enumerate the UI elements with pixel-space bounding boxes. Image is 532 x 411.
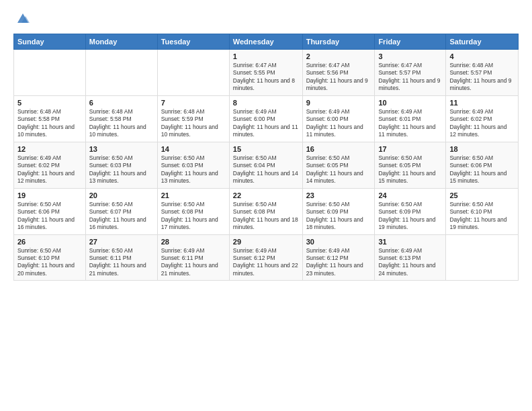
day-number: 13 xyxy=(89,145,154,153)
header-day-saturday: Saturday xyxy=(446,34,519,50)
day-cell: 20Sunrise: 6:50 AMSunset: 6:07 PMDayligh… xyxy=(85,188,157,234)
day-info: Sunrise: 6:50 AMSunset: 6:10 PMDaylight:… xyxy=(449,201,515,232)
day-info: Sunrise: 6:49 AMSunset: 6:01 PMDaylight:… xyxy=(378,108,442,139)
day-cell: 2Sunrise: 6:47 AMSunset: 5:56 PMDaylight… xyxy=(302,50,375,96)
day-number: 18 xyxy=(449,145,515,153)
day-number: 29 xyxy=(233,238,299,246)
day-number: 31 xyxy=(378,238,442,246)
day-number: 10 xyxy=(378,99,442,107)
day-cell: 14Sunrise: 6:50 AMSunset: 6:03 PMDayligh… xyxy=(157,142,229,188)
day-info: Sunrise: 6:50 AMSunset: 6:11 PMDaylight:… xyxy=(89,247,154,278)
day-info: Sunrise: 6:49 AMSunset: 6:12 PMDaylight:… xyxy=(306,247,371,278)
week-row-3: 12Sunrise: 6:49 AMSunset: 6:02 PMDayligh… xyxy=(14,142,519,188)
calendar-table: SundayMondayTuesdayWednesdayThursdayFrid… xyxy=(13,34,519,281)
day-info: Sunrise: 6:50 AMSunset: 6:09 PMDaylight:… xyxy=(378,201,442,232)
week-row-1: 1Sunrise: 6:47 AMSunset: 5:55 PMDaylight… xyxy=(14,50,519,96)
day-number: 21 xyxy=(161,191,226,199)
day-number: 26 xyxy=(17,238,82,246)
day-cell: 22Sunrise: 6:50 AMSunset: 6:08 PMDayligh… xyxy=(229,188,302,234)
day-info: Sunrise: 6:47 AMSunset: 5:55 PMDaylight:… xyxy=(233,62,299,93)
day-cell: 12Sunrise: 6:49 AMSunset: 6:02 PMDayligh… xyxy=(14,142,86,188)
day-cell: 21Sunrise: 6:50 AMSunset: 6:08 PMDayligh… xyxy=(157,188,229,234)
day-info: Sunrise: 6:50 AMSunset: 6:03 PMDaylight:… xyxy=(89,154,154,185)
day-number: 22 xyxy=(233,191,299,199)
day-cell: 30Sunrise: 6:49 AMSunset: 6:12 PMDayligh… xyxy=(302,234,375,281)
day-cell xyxy=(446,234,519,281)
day-number: 24 xyxy=(378,191,442,199)
day-cell: 16Sunrise: 6:50 AMSunset: 6:05 PMDayligh… xyxy=(302,142,375,188)
day-info: Sunrise: 6:48 AMSunset: 5:58 PMDaylight:… xyxy=(89,108,154,139)
day-cell xyxy=(85,50,157,96)
calendar-body: 1Sunrise: 6:47 AMSunset: 5:55 PMDaylight… xyxy=(14,50,519,281)
day-cell: 28Sunrise: 6:49 AMSunset: 6:11 PMDayligh… xyxy=(157,234,229,281)
day-info: Sunrise: 6:50 AMSunset: 6:06 PMDaylight:… xyxy=(449,154,515,185)
day-number: 12 xyxy=(17,145,82,153)
header-day-wednesday: Wednesday xyxy=(229,34,302,50)
day-cell: 31Sunrise: 6:49 AMSunset: 6:13 PMDayligh… xyxy=(375,234,446,281)
header xyxy=(13,11,519,27)
day-cell: 17Sunrise: 6:50 AMSunset: 6:05 PMDayligh… xyxy=(375,142,446,188)
day-cell: 23Sunrise: 6:50 AMSunset: 6:09 PMDayligh… xyxy=(302,188,375,234)
day-cell xyxy=(157,50,229,96)
page: SundayMondayTuesdayWednesdayThursdayFrid… xyxy=(0,0,532,411)
day-number: 1 xyxy=(233,52,299,60)
day-number: 19 xyxy=(17,191,82,199)
day-number: 8 xyxy=(233,99,299,107)
day-cell: 3Sunrise: 6:47 AMSunset: 5:57 PMDaylight… xyxy=(375,50,446,96)
header-day-monday: Monday xyxy=(85,34,157,50)
day-cell xyxy=(14,50,86,96)
week-row-2: 5Sunrise: 6:48 AMSunset: 5:58 PMDaylight… xyxy=(14,95,519,142)
day-info: Sunrise: 6:49 AMSunset: 6:13 PMDaylight:… xyxy=(378,247,442,278)
day-cell: 27Sunrise: 6:50 AMSunset: 6:11 PMDayligh… xyxy=(85,234,157,281)
header-day-friday: Friday xyxy=(375,34,446,50)
week-row-5: 26Sunrise: 6:50 AMSunset: 6:10 PMDayligh… xyxy=(14,234,519,281)
day-info: Sunrise: 6:50 AMSunset: 6:08 PMDaylight:… xyxy=(233,201,299,232)
header-day-thursday: Thursday xyxy=(302,34,375,50)
day-info: Sunrise: 6:49 AMSunset: 6:00 PMDaylight:… xyxy=(306,108,371,139)
day-info: Sunrise: 6:50 AMSunset: 6:08 PMDaylight:… xyxy=(161,201,226,232)
day-number: 28 xyxy=(161,238,226,246)
day-info: Sunrise: 6:48 AMSunset: 5:58 PMDaylight:… xyxy=(17,108,82,139)
day-info: Sunrise: 6:50 AMSunset: 6:03 PMDaylight:… xyxy=(161,154,226,185)
day-number: 4 xyxy=(449,52,515,60)
header-day-sunday: Sunday xyxy=(14,34,86,50)
day-info: Sunrise: 6:48 AMSunset: 5:59 PMDaylight:… xyxy=(161,108,226,139)
day-number: 9 xyxy=(306,99,371,107)
day-info: Sunrise: 6:50 AMSunset: 6:07 PMDaylight:… xyxy=(89,201,154,232)
day-cell: 8Sunrise: 6:49 AMSunset: 6:00 PMDaylight… xyxy=(229,95,302,142)
day-info: Sunrise: 6:50 AMSunset: 6:10 PMDaylight:… xyxy=(17,247,82,278)
day-number: 27 xyxy=(89,238,154,246)
day-number: 16 xyxy=(306,145,371,153)
day-info: Sunrise: 6:50 AMSunset: 6:04 PMDaylight:… xyxy=(233,154,299,185)
day-cell: 18Sunrise: 6:50 AMSunset: 6:06 PMDayligh… xyxy=(446,142,519,188)
day-cell: 4Sunrise: 6:48 AMSunset: 5:57 PMDaylight… xyxy=(446,50,519,96)
day-cell: 19Sunrise: 6:50 AMSunset: 6:06 PMDayligh… xyxy=(14,188,86,234)
day-cell: 13Sunrise: 6:50 AMSunset: 6:03 PMDayligh… xyxy=(85,142,157,188)
day-number: 14 xyxy=(161,145,226,153)
day-number: 30 xyxy=(306,238,371,246)
day-cell: 15Sunrise: 6:50 AMSunset: 6:04 PMDayligh… xyxy=(229,142,302,188)
day-number: 7 xyxy=(161,99,226,107)
day-info: Sunrise: 6:50 AMSunset: 6:06 PMDaylight:… xyxy=(17,201,82,232)
day-info: Sunrise: 6:49 AMSunset: 6:12 PMDaylight:… xyxy=(233,247,299,278)
day-number: 20 xyxy=(89,191,154,199)
day-cell: 7Sunrise: 6:48 AMSunset: 5:59 PMDaylight… xyxy=(157,95,229,142)
day-info: Sunrise: 6:47 AMSunset: 5:56 PMDaylight:… xyxy=(306,62,371,93)
day-info: Sunrise: 6:50 AMSunset: 6:05 PMDaylight:… xyxy=(378,154,442,185)
day-cell: 10Sunrise: 6:49 AMSunset: 6:01 PMDayligh… xyxy=(375,95,446,142)
logo-icon xyxy=(15,11,31,27)
header-day-tuesday: Tuesday xyxy=(157,34,229,50)
day-number: 5 xyxy=(17,99,82,107)
day-cell: 6Sunrise: 6:48 AMSunset: 5:58 PMDaylight… xyxy=(85,95,157,142)
day-number: 25 xyxy=(449,191,515,199)
day-number: 6 xyxy=(89,99,154,107)
header-row: SundayMondayTuesdayWednesdayThursdayFrid… xyxy=(14,34,519,50)
day-number: 15 xyxy=(233,145,299,153)
day-number: 2 xyxy=(306,52,371,60)
day-info: Sunrise: 6:49 AMSunset: 6:02 PMDaylight:… xyxy=(17,154,82,185)
day-cell: 29Sunrise: 6:49 AMSunset: 6:12 PMDayligh… xyxy=(229,234,302,281)
day-cell: 24Sunrise: 6:50 AMSunset: 6:09 PMDayligh… xyxy=(375,188,446,234)
day-info: Sunrise: 6:49 AMSunset: 6:02 PMDaylight:… xyxy=(449,108,515,139)
day-cell: 9Sunrise: 6:49 AMSunset: 6:00 PMDaylight… xyxy=(302,95,375,142)
day-number: 17 xyxy=(378,145,442,153)
